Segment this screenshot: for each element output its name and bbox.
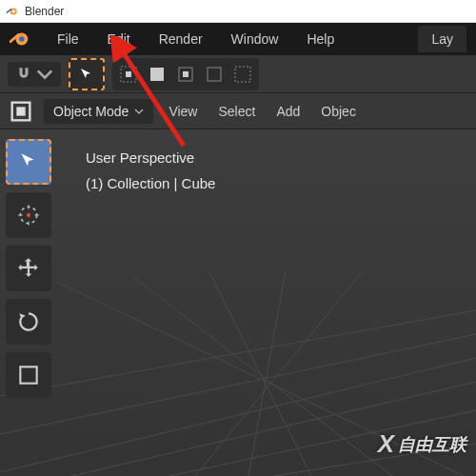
menu-help[interactable]: Help <box>293 26 347 52</box>
mode-selector[interactable]: Object Mode <box>44 99 153 124</box>
menu-render[interactable]: Render <box>146 26 216 52</box>
svg-rect-8 <box>183 71 188 77</box>
overlay-line-1: User Perspective <box>86 145 215 170</box>
rotate-icon <box>16 309 41 334</box>
window-title: Blender <box>25 5 64 18</box>
svg-rect-6 <box>150 68 164 81</box>
overlay-line-2: (1) Collection | Cube <box>86 170 215 196</box>
pivot-icon-3[interactable] <box>173 62 198 87</box>
tool-move[interactable] <box>6 246 51 291</box>
watermark-x-icon: X <box>378 429 394 459</box>
watermark: X 自由互联 <box>378 429 466 459</box>
watermark-text: 自由互联 <box>398 433 466 456</box>
window-titlebar: Blender <box>0 0 476 23</box>
menu-file[interactable]: File <box>44 26 92 52</box>
chevron-down-icon <box>134 107 144 116</box>
svg-rect-31 <box>20 367 36 383</box>
menu-add[interactable]: Add <box>270 100 306 123</box>
menu-view[interactable]: View <box>163 100 203 123</box>
svg-point-1 <box>12 10 15 12</box>
select-tool-preset[interactable] <box>69 58 105 90</box>
snap-dropdown[interactable] <box>8 62 61 87</box>
tool-rotate[interactable] <box>6 299 51 345</box>
pivot-icon-2[interactable] <box>145 62 169 87</box>
move-icon <box>16 256 41 281</box>
menu-object[interactable]: Objec <box>315 100 362 123</box>
pivot-icons-group <box>112 58 259 90</box>
blender-app-icon <box>6 5 19 18</box>
svg-point-3 <box>19 36 25 42</box>
magnet-icon <box>15 66 32 83</box>
object-mode-icon <box>8 98 34 125</box>
header-toolbar-2: Object Mode View Select Add Objec <box>0 93 476 129</box>
header-toolbar-1 <box>0 55 476 93</box>
svg-point-26 <box>27 213 30 217</box>
blender-logo-icon <box>10 29 30 50</box>
tool-scale[interactable] <box>6 352 51 398</box>
pivot-icon-5[interactable] <box>230 62 255 87</box>
menu-window[interactable]: Window <box>218 26 292 52</box>
svg-rect-5 <box>126 71 131 77</box>
workspace-tab-layout[interactable]: Lay <box>418 26 466 52</box>
viewport-overlay-text: User Perspective (1) Collection | Cube <box>86 145 215 196</box>
cursor-icon <box>79 67 94 82</box>
cursor-icon <box>16 149 41 174</box>
tool-cursor[interactable] <box>6 192 51 238</box>
svg-rect-9 <box>208 68 221 81</box>
viewport-grid <box>0 129 476 476</box>
main-menubar: File Edit Render Window Help Lay <box>0 23 476 55</box>
chevron-down-icon <box>36 66 53 83</box>
menu-edit[interactable]: Edit <box>94 26 144 52</box>
left-toolbar <box>6 139 51 398</box>
pivot-icon-4[interactable] <box>202 62 227 87</box>
3d-viewport[interactable]: User Perspective (1) Collection | Cube X… <box>0 129 476 476</box>
svg-rect-10 <box>235 67 250 82</box>
svg-rect-12 <box>16 107 25 115</box>
menu-select[interactable]: Select <box>212 100 261 123</box>
pivot-icon-1[interactable] <box>116 62 141 87</box>
mode-label: Object Mode <box>53 104 129 119</box>
scale-icon <box>16 363 41 387</box>
tool-select-box[interactable] <box>6 139 51 185</box>
3d-cursor-icon <box>16 203 41 228</box>
